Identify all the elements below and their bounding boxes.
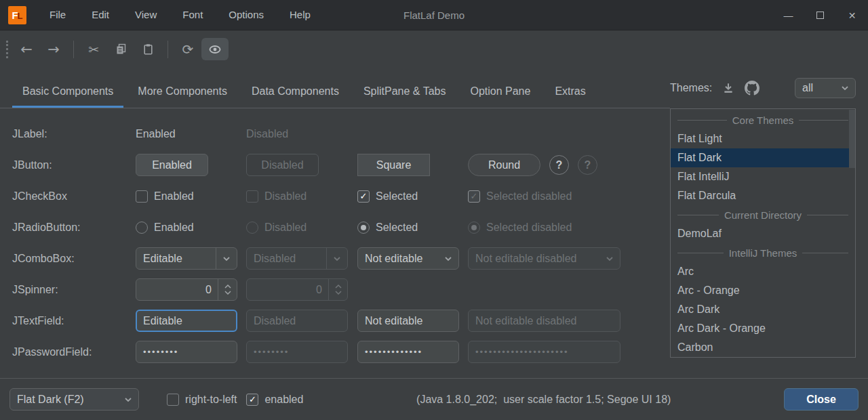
spinner-disabled: 0 [246, 278, 348, 301]
tab-data-components[interactable]: Data Components [241, 85, 349, 108]
disabled-button: Disabled [246, 154, 319, 176]
tab-basic-components[interactable]: Basic Components [12, 85, 123, 108]
checkbox-icon [246, 190, 258, 203]
tab-extras[interactable]: Extras [545, 85, 595, 108]
spinner-enabled[interactable]: 0 [136, 278, 237, 301]
back-button[interactable]: ← [13, 38, 40, 60]
passwordfield-not-editable-disabled: ••••••••••••••••••••• [468, 341, 620, 363]
chevron-down-icon[interactable] [835, 79, 855, 98]
spinner-buttons[interactable] [218, 279, 237, 300]
checkbox-selected[interactable]: ✓Selected [357, 190, 418, 203]
close-icon: ✕ [848, 10, 856, 21]
paste-button[interactable] [134, 38, 161, 60]
textfield-editable[interactable]: Editable [136, 310, 237, 332]
list-separator-core-themes: Core Themes [671, 110, 855, 129]
theme-flat-darcula[interactable]: Flat Darcula [671, 186, 855, 205]
help-button[interactable]: ? [549, 155, 569, 175]
square-button[interactable]: Square [357, 154, 430, 176]
show-hidden-toggle-button[interactable] [201, 38, 229, 60]
checkbox-selected-disabled: ✓Selected disabled [468, 190, 572, 203]
close-button[interactable]: Close [784, 388, 859, 411]
toolbar-grip[interactable] [6, 41, 8, 58]
theme-arc-orange[interactable]: Arc - Orange [671, 281, 855, 300]
statusbar: Flat Dark (F2) right-to-left ✓ enabled (… [0, 378, 868, 420]
download-theme-button[interactable] [722, 82, 734, 94]
github-link-button[interactable] [745, 81, 760, 96]
tab-splitpane-tabs[interactable]: SplitPane & Tabs [353, 85, 456, 108]
demo-panel: Basic Components More Components Data Co… [0, 68, 670, 378]
menu-options[interactable]: Options [216, 0, 277, 30]
menu-view[interactable]: View [122, 0, 170, 30]
checkbox-icon [136, 190, 148, 203]
tab-more-components[interactable]: More Components [127, 85, 237, 108]
close-window-button[interactable]: ✕ [836, 0, 868, 30]
enabled-button[interactable]: Enabled [136, 154, 208, 176]
paste-icon [142, 43, 154, 55]
tab-option-pane[interactable]: Option Pane [460, 85, 540, 108]
passwordfield-editable[interactable]: •••••••• [136, 341, 237, 363]
checkbox-enabled[interactable]: Enabled [136, 190, 194, 203]
maximize-icon [816, 12, 824, 19]
spinner-buttons [328, 279, 347, 300]
themes-header: Themes: all [670, 68, 856, 108]
themes-filter-combobox[interactable]: all [795, 78, 856, 98]
download-icon [722, 82, 734, 94]
theme-flat-light[interactable]: Flat Light [671, 129, 855, 148]
menu-help[interactable]: Help [277, 0, 323, 30]
scrollbar-thumb[interactable] [849, 110, 855, 168]
app-logo-icon: FL [8, 6, 26, 24]
forward-icon: → [47, 41, 60, 58]
checkbox-icon [167, 394, 179, 406]
jlabel-row-label: JLabel: [12, 123, 136, 145]
combobox-editable[interactable]: Editable [136, 247, 237, 270]
radio-selected-icon [468, 222, 480, 234]
forward-button[interactable]: → [40, 38, 67, 60]
theme-arc[interactable]: Arc [671, 262, 855, 281]
theme-flat-dark[interactable]: Flat Dark [671, 148, 855, 167]
menu-font[interactable]: Font [170, 0, 216, 30]
jlabel-disabled: Disabled [246, 123, 357, 145]
theme-carbon[interactable]: Carbon [671, 338, 855, 357]
radio-disabled: Disabled [246, 222, 307, 234]
textfield-not-editable[interactable]: Not editable [357, 310, 459, 332]
radio-selected-icon [357, 222, 370, 234]
textfield-disabled: Disabled [246, 310, 348, 332]
right-to-left-checkbox[interactable]: right-to-left [167, 394, 237, 406]
theme-arc-dark[interactable]: Arc Dark [671, 300, 855, 319]
tabbed-pane: Basic Components More Components Data Co… [0, 68, 670, 108]
menu-file[interactable]: File [37, 0, 79, 30]
passwordfield-not-editable[interactable]: ••••••••••••• [357, 341, 459, 363]
chevron-down-icon [327, 248, 347, 269]
jbutton-row-label: JButton: [12, 154, 136, 176]
radio-selected[interactable]: Selected [357, 222, 418, 234]
cut-button[interactable]: ✂ [80, 38, 107, 60]
cut-icon: ✂ [88, 42, 99, 57]
checkbox-checked-icon: ✓ [468, 190, 480, 203]
toolbar: ← → ✂ ⟳ [0, 30, 868, 68]
textfield-not-editable-disabled: Not editable disabled [468, 310, 620, 332]
maximize-button[interactable] [804, 0, 836, 30]
list-separator-current-directory: Current Directory [671, 205, 855, 224]
copy-button[interactable] [107, 38, 134, 60]
menu-edit[interactable]: Edit [79, 0, 122, 30]
checkbox-disabled: Disabled [246, 190, 307, 203]
help-button-disabled: ? [578, 155, 597, 175]
minimize-button[interactable]: — [772, 0, 804, 30]
theme-arc-dark-orange[interactable]: Arc Dark - Orange [671, 319, 855, 338]
refresh-button[interactable]: ⟳ [174, 38, 201, 60]
theme-flat-intellij[interactable]: Flat IntelliJ [671, 167, 855, 186]
checkbox-checked-icon: ✓ [246, 394, 258, 406]
chevron-down-icon[interactable] [118, 389, 138, 410]
jtextfield-row-label: JTextField: [12, 310, 136, 332]
theme-demolaf[interactable]: DemoLaf [671, 224, 855, 243]
themes-label: Themes: [670, 82, 712, 94]
chevron-down-icon[interactable] [438, 248, 458, 269]
laf-combobox[interactable]: Flat Dark (F2) [9, 388, 139, 411]
eye-icon [208, 44, 222, 55]
radio-enabled[interactable]: Enabled [136, 222, 194, 234]
chevron-down-icon[interactable] [216, 248, 237, 269]
round-button[interactable]: Round [468, 154, 540, 176]
enabled-checkbox[interactable]: ✓ enabled [246, 394, 303, 406]
combobox-not-editable[interactable]: Not editable [357, 247, 459, 270]
jradiobutton-row-label: JRadioButton: [12, 216, 136, 238]
